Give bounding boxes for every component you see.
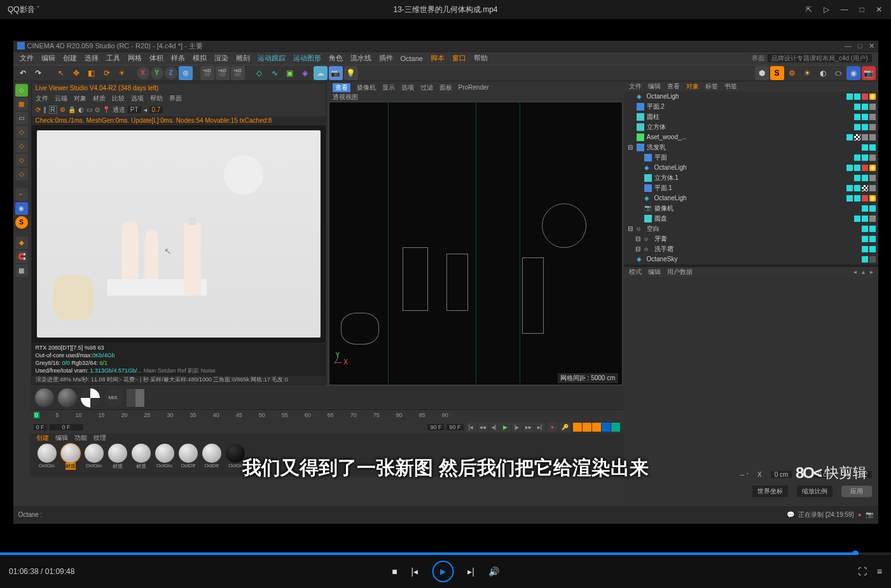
menu-volume[interactable]: 体积 <box>149 53 163 63</box>
menu-simulate[interactable]: 模拟 <box>193 53 207 63</box>
light-icon[interactable]: 💡 <box>344 66 358 80</box>
video-content-area[interactable]: CINEMA 4D R20.059 Studio (RC - R20) - [4… <box>0 19 891 545</box>
tag-chk[interactable] <box>862 236 868 242</box>
octane-settings-icon[interactable]: ⚙ <box>785 66 799 80</box>
minimize-icon[interactable]: — <box>841 5 848 14</box>
object-row[interactable]: 圆柱 <box>624 112 878 122</box>
mat-sphere-1[interactable] <box>35 388 54 407</box>
texture-mode-icon[interactable]: ▦ <box>15 98 28 111</box>
object-name[interactable]: 洗手霜 <box>654 245 673 254</box>
mb-tab-func[interactable]: 功能 <box>74 434 87 442</box>
tag-chk[interactable] <box>854 124 860 130</box>
lv-r-icon[interactable]: R <box>49 106 57 114</box>
menu-create[interactable]: 创建 <box>63 53 77 63</box>
menu-octane[interactable]: Octane <box>401 55 423 62</box>
tag-chk[interactable] <box>854 195 860 202</box>
playlist-icon[interactable]: ≡ <box>877 566 882 577</box>
mat-sphere-2[interactable] <box>58 388 77 407</box>
attr-nav-prev-icon[interactable]: ◂ <box>853 268 857 275</box>
tag-chk[interactable] <box>846 185 853 191</box>
tag-chk[interactable] <box>846 165 853 171</box>
om-tab-edit[interactable]: 编辑 <box>648 82 661 91</box>
object-name[interactable]: 圆柱 <box>647 113 660 121</box>
tag-chk[interactable] <box>869 144 876 151</box>
goto-end-icon[interactable]: ▸| <box>535 422 545 432</box>
layout-dropdown[interactable]: 品牌设计专题课程布局_c4d (用户) <box>768 54 871 62</box>
tag-grey[interactable] <box>869 175 876 181</box>
move-tool-icon[interactable]: ✥ <box>69 66 83 80</box>
menu-tools[interactable]: 工具 <box>106 53 120 63</box>
redo-icon[interactable]: ↷ <box>31 66 45 80</box>
octane-icon[interactable]: ⬢ <box>755 66 769 80</box>
render-settings-icon[interactable]: 🎬 <box>231 66 245 80</box>
axis-y-toggle[interactable]: Y <box>151 67 163 79</box>
cube2-icon[interactable]: ◇ <box>15 140 28 153</box>
tag-chk[interactable] <box>862 246 868 252</box>
lv-pin-icon[interactable]: 📍 <box>102 106 110 113</box>
tag-chk[interactable] <box>862 114 868 120</box>
menu-window[interactable]: 窗口 <box>452 53 466 63</box>
axis-icon[interactable]: ⌐ <box>15 188 28 201</box>
tag-chk[interactable] <box>854 154 860 161</box>
tag-grey[interactable] <box>869 114 876 120</box>
coord-scale-dropdown[interactable]: 缩放比例 <box>797 486 832 497</box>
tag-chk[interactable] <box>854 104 860 110</box>
cube-primitive-icon[interactable]: ◇ <box>252 66 266 80</box>
lv-menu-help[interactable]: 帮助 <box>150 94 163 103</box>
object-row[interactable]: 平面.1 <box>624 183 878 193</box>
next-frame-icon[interactable]: |▸ <box>512 422 522 432</box>
object-row[interactable]: ◈OctaneLigh <box>624 193 878 203</box>
mat-split-icon[interactable] <box>127 389 144 407</box>
lv-menu-compare[interactable]: 比较 <box>112 94 125 103</box>
record-key-icon[interactable]: ● <box>548 422 558 432</box>
close-icon[interactable]: ✕ <box>876 5 882 14</box>
expand-icon[interactable]: ⊟ <box>635 245 642 252</box>
lv-menu-layout[interactable]: 界面 <box>169 94 182 103</box>
om-tab-view[interactable]: 查看 <box>667 82 680 91</box>
object-row[interactable]: ⊟⌾洗手霜 <box>624 244 878 254</box>
lv-focus-icon[interactable]: ⊙ <box>95 106 100 113</box>
tag-chk[interactable] <box>869 246 876 252</box>
lv-clip-icon[interactable]: ◐ <box>78 106 84 113</box>
vp-menu-filter[interactable]: 过滤 <box>420 83 433 92</box>
cube3-icon[interactable]: ◇ <box>15 154 28 167</box>
mb-tab-create[interactable]: 创建 <box>36 434 49 442</box>
tag-chk[interactable] <box>854 175 860 181</box>
menu-edit[interactable]: 编辑 <box>41 53 55 63</box>
mb-tab-tex[interactable]: 纹理 <box>93 434 106 442</box>
stop-icon[interactable]: ■ <box>392 566 397 577</box>
tag-chk[interactable] <box>862 205 868 212</box>
menu-mesh[interactable]: 网格 <box>128 53 142 63</box>
tag-chk[interactable] <box>869 205 876 212</box>
frame-end2-field[interactable]: 90 F <box>446 424 463 430</box>
tag-grey[interactable] <box>869 104 876 110</box>
tag-chk[interactable] <box>862 124 868 130</box>
tag-chk[interactable] <box>854 215 860 222</box>
status-rec-dot-icon[interactable]: ● <box>857 511 861 518</box>
object-name[interactable]: OctaneLigh <box>654 195 687 202</box>
tag-chk[interactable] <box>862 256 868 263</box>
tag-chk[interactable] <box>862 215 868 222</box>
tag-chk[interactable] <box>862 104 868 110</box>
generator-icon[interactable]: ▣ <box>283 66 297 80</box>
tag-grey[interactable] <box>869 124 876 130</box>
mat-checker-icon[interactable] <box>81 388 100 407</box>
om-tab-file[interactable]: 文件 <box>629 82 642 91</box>
lv-menu-options[interactable]: 选项 <box>131 94 144 103</box>
fog-icon[interactable]: ◉ <box>846 66 860 80</box>
tag-chk[interactable] <box>862 144 868 151</box>
object-name[interactable]: Aset_wood_... <box>647 133 687 140</box>
tag-chk[interactable] <box>854 93 860 100</box>
tag-chk[interactable] <box>862 175 868 181</box>
c4d-minimize-icon[interactable]: — <box>845 42 852 50</box>
object-name[interactable]: 平面.1 <box>654 184 672 193</box>
tag-chk[interactable] <box>862 154 868 161</box>
status-cam-icon[interactable]: 📷 <box>866 511 873 518</box>
tag-grey[interactable] <box>862 134 868 140</box>
tag-red[interactable] <box>862 93 868 100</box>
attr-nav-up-icon[interactable]: ▴ <box>862 268 865 275</box>
object-name[interactable]: 平面 <box>654 153 667 162</box>
menu-sculpt[interactable]: 雕刻 <box>236 53 250 63</box>
lv-gear-icon[interactable]: ⚙ <box>60 106 66 113</box>
status-bubble-icon[interactable]: 💬 <box>787 511 794 518</box>
